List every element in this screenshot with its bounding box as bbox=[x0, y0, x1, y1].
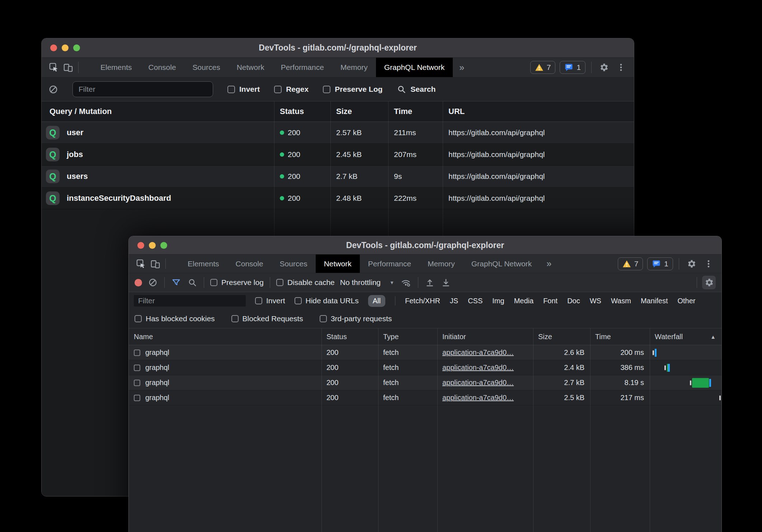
network-filter-input[interactable] bbox=[134, 295, 246, 307]
search-group[interactable]: Search bbox=[397, 85, 436, 94]
tab-network[interactable]: Network bbox=[316, 255, 360, 273]
chip-fetch-xhr[interactable]: Fetch/XHR bbox=[405, 297, 440, 305]
chip-img[interactable]: Img bbox=[492, 297, 504, 305]
invert-checkbox[interactable] bbox=[255, 297, 262, 304]
chip-js[interactable]: JS bbox=[450, 297, 458, 305]
clear-icon[interactable] bbox=[147, 278, 158, 287]
title-bar[interactable]: DevTools - gitlab.com/-/graphql-explorer bbox=[42, 38, 634, 58]
third-party-requests-checkbox[interactable] bbox=[320, 315, 327, 322]
table-row[interactable]: Q user 200 2.57 kB 211ms https://gitlab.… bbox=[42, 122, 634, 144]
row-checkbox[interactable] bbox=[134, 365, 140, 371]
title-bar[interactable]: DevTools - gitlab.com/-/graphql-explorer bbox=[129, 236, 721, 255]
blocked-requests-checkbox[interactable] bbox=[231, 315, 239, 322]
chip-manifest[interactable]: Manifest bbox=[641, 297, 668, 305]
issues-badge[interactable]: 1 bbox=[560, 61, 585, 74]
throttling-select[interactable]: No throttling ▼ bbox=[340, 278, 394, 287]
inspect-icon[interactable] bbox=[134, 255, 148, 273]
column-waterfall[interactable]: Waterfall ▲ bbox=[650, 333, 721, 341]
tab-network[interactable]: Network bbox=[229, 58, 273, 77]
chip-doc[interactable]: Doc bbox=[567, 297, 580, 305]
regex-checkbox-group[interactable]: Regex bbox=[274, 85, 309, 94]
inspect-icon[interactable] bbox=[47, 58, 61, 77]
has-blocked-cookies-group[interactable]: Has blocked cookies bbox=[135, 314, 215, 323]
more-tabs-icon[interactable]: » bbox=[453, 58, 471, 77]
tab-graphql-network[interactable]: GraphQL Network bbox=[376, 58, 453, 77]
maximize-button[interactable] bbox=[73, 44, 80, 51]
disable-cache-checkbox[interactable] bbox=[276, 279, 283, 286]
preserve-log-checkbox[interactable] bbox=[323, 86, 330, 93]
column-time[interactable]: Time bbox=[590, 333, 650, 341]
initiator-link[interactable]: application-a7ca9d0… bbox=[437, 394, 533, 402]
tab-memory[interactable]: Memory bbox=[332, 58, 376, 77]
tab-elements[interactable]: Elements bbox=[179, 255, 227, 273]
settings-gear-icon[interactable] bbox=[597, 61, 610, 74]
settings-gear-icon[interactable] bbox=[685, 257, 698, 270]
kebab-menu-icon[interactable] bbox=[615, 61, 627, 74]
tab-performance[interactable]: Performance bbox=[273, 58, 332, 77]
table-row[interactable]: Q jobs 200 2.45 kB 207ms https://gitlab.… bbox=[42, 144, 634, 166]
hide-data-urls-checkbox[interactable] bbox=[295, 297, 302, 304]
third-party-requests-group[interactable]: 3rd-party requests bbox=[320, 314, 392, 323]
close-button[interactable] bbox=[137, 242, 144, 249]
hide-data-urls-group[interactable]: Hide data URLs bbox=[295, 296, 359, 305]
network-settings-gear-icon[interactable] bbox=[702, 276, 716, 289]
column-url[interactable]: URL bbox=[443, 107, 634, 116]
record-button[interactable] bbox=[135, 279, 142, 286]
row-checkbox[interactable] bbox=[134, 350, 140, 356]
close-button[interactable] bbox=[50, 44, 57, 51]
warnings-badge[interactable]: 7 bbox=[618, 257, 643, 270]
initiator-link[interactable]: application-a7ca9d0… bbox=[437, 348, 533, 357]
clear-icon[interactable] bbox=[48, 85, 58, 94]
maximize-button[interactable] bbox=[160, 242, 167, 249]
disable-cache-group[interactable]: Disable cache bbox=[276, 278, 335, 287]
device-toolbar-icon[interactable] bbox=[148, 255, 163, 273]
preserve-log-checkbox-group[interactable]: Preserve Log bbox=[323, 85, 382, 94]
row-checkbox[interactable] bbox=[134, 380, 140, 386]
tab-performance[interactable]: Performance bbox=[360, 255, 419, 273]
tab-memory[interactable]: Memory bbox=[419, 255, 463, 273]
column-size[interactable]: Size bbox=[330, 107, 388, 116]
more-tabs-icon[interactable]: » bbox=[540, 255, 558, 273]
column-time[interactable]: Time bbox=[388, 107, 443, 116]
column-status[interactable]: Status bbox=[321, 333, 378, 341]
table-row[interactable]: graphql 200 fetch application-a7ca9d0… 2… bbox=[129, 345, 721, 360]
chip-font[interactable]: Font bbox=[543, 297, 558, 305]
table-row[interactable]: Q users 200 2.7 kB 9s https://gitlab.com… bbox=[42, 166, 634, 187]
device-toolbar-icon[interactable] bbox=[61, 58, 75, 77]
preserve-log-group[interactable]: Preserve log bbox=[210, 278, 264, 287]
warnings-badge[interactable]: 7 bbox=[530, 61, 556, 74]
has-blocked-cookies-checkbox[interactable] bbox=[135, 315, 142, 322]
minimize-button[interactable] bbox=[62, 44, 69, 51]
import-har-icon[interactable] bbox=[424, 278, 435, 287]
table-row[interactable]: graphql 200 fetch application-a7ca9d0… 2… bbox=[129, 375, 721, 390]
search-icon[interactable] bbox=[187, 278, 198, 287]
tab-elements[interactable]: Elements bbox=[92, 58, 140, 77]
invert-group[interactable]: Invert bbox=[255, 296, 285, 305]
tab-sources[interactable]: Sources bbox=[184, 58, 229, 77]
initiator-link[interactable]: application-a7ca9d0… bbox=[437, 379, 533, 387]
regex-checkbox[interactable] bbox=[274, 86, 282, 93]
tab-console[interactable]: Console bbox=[227, 255, 272, 273]
column-type[interactable]: Type bbox=[378, 333, 437, 341]
table-row[interactable]: graphql 200 fetch application-a7ca9d0… 2… bbox=[129, 390, 721, 405]
chip-css[interactable]: CSS bbox=[468, 297, 483, 305]
chip-media[interactable]: Media bbox=[514, 297, 533, 305]
export-har-icon[interactable] bbox=[441, 278, 451, 287]
chip-all[interactable]: All bbox=[368, 295, 385, 307]
column-name[interactable]: Name bbox=[129, 333, 321, 341]
graphql-filter-input[interactable] bbox=[72, 81, 213, 97]
row-checkbox[interactable] bbox=[134, 395, 140, 401]
issues-badge[interactable]: 1 bbox=[647, 257, 673, 270]
network-conditions-icon[interactable] bbox=[400, 277, 412, 288]
tab-sources[interactable]: Sources bbox=[272, 255, 316, 273]
tab-graphql-network[interactable]: GraphQL Network bbox=[463, 255, 540, 273]
chip-wasm[interactable]: Wasm bbox=[611, 297, 631, 305]
minimize-button[interactable] bbox=[149, 242, 156, 249]
kebab-menu-icon[interactable] bbox=[702, 257, 715, 270]
column-query-mutation[interactable]: Query / Mutation bbox=[42, 107, 274, 116]
chip-ws[interactable]: WS bbox=[590, 297, 601, 305]
table-row[interactable]: graphql 200 fetch application-a7ca9d0… 2… bbox=[129, 360, 721, 375]
tab-console[interactable]: Console bbox=[140, 58, 184, 77]
preserve-log-checkbox[interactable] bbox=[210, 279, 217, 286]
filter-funnel-icon[interactable] bbox=[171, 278, 182, 287]
